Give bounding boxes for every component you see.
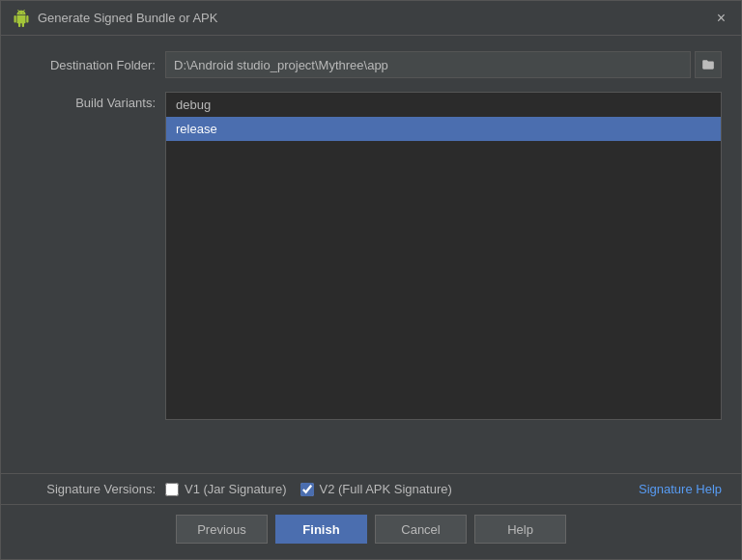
destination-folder-input[interactable] (165, 51, 691, 78)
list-item[interactable]: release (166, 117, 721, 141)
v2-checkbox[interactable] (300, 483, 314, 496)
destination-folder-label: Destination Folder: (20, 58, 156, 72)
title-bar-left: Generate Signed Bundle or APK (13, 10, 217, 27)
destination-folder-input-group (165, 51, 722, 78)
v1-label: V1 (Jar Signature) (185, 482, 287, 496)
help-button[interactable]: Help (474, 515, 566, 544)
v1-checkbox[interactable] (165, 483, 179, 496)
footer: Previous Finish Cancel Help (1, 504, 741, 559)
build-variants-list[interactable]: debug release (165, 92, 722, 420)
destination-folder-row: Destination Folder: (20, 51, 722, 78)
signature-help-link[interactable]: Signature Help (639, 482, 722, 496)
v2-label: V2 (Full APK Signature) (320, 482, 452, 496)
build-variants-label: Build Variants: (20, 92, 156, 110)
android-icon (13, 10, 30, 27)
v2-checkbox-group: V2 (Full APK Signature) (300, 482, 452, 496)
browse-folder-button[interactable] (695, 51, 722, 78)
signature-versions-label: Signature Versions: (20, 482, 156, 496)
cancel-button[interactable]: Cancel (375, 515, 467, 544)
list-item[interactable]: debug (166, 93, 721, 117)
dialog-title: Generate Signed Bundle or APK (38, 11, 217, 25)
v1-checkbox-group: V1 (Jar Signature) (165, 482, 287, 496)
folder-icon (701, 58, 715, 71)
dialog-content: Destination Folder: Build Variants: debu… (1, 36, 741, 473)
title-bar: Generate Signed Bundle or APK × (1, 1, 741, 36)
generate-signed-dialog: Generate Signed Bundle or APK × Destinat… (0, 0, 742, 560)
previous-button[interactable]: Previous (176, 515, 268, 544)
signature-options: V1 (Jar Signature) V2 (Full APK Signatur… (165, 482, 722, 496)
build-variants-section: Build Variants: debug release (20, 92, 722, 458)
close-button[interactable]: × (713, 9, 729, 28)
signature-versions-row: Signature Versions: V1 (Jar Signature) V… (1, 473, 741, 504)
finish-button[interactable]: Finish (275, 515, 367, 544)
